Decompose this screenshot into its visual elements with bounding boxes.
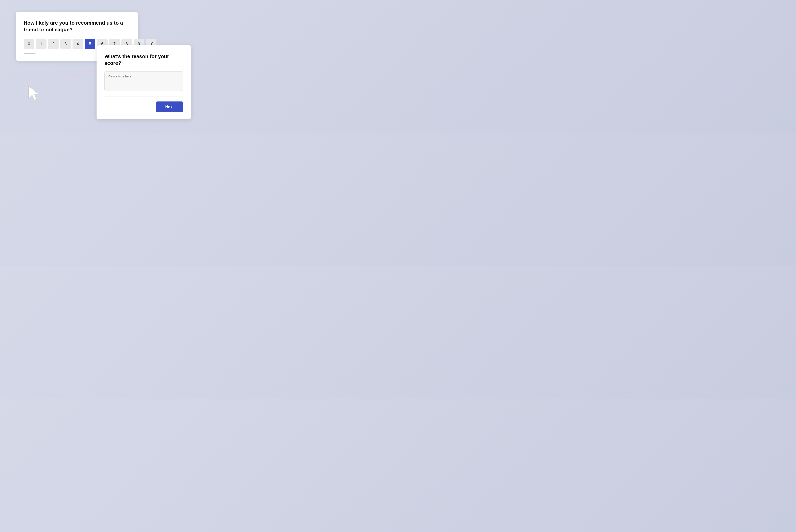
reason-card: What's the reason for your score? Next	[97, 45, 191, 119]
score-button-2[interactable]: 2	[48, 39, 59, 49]
nps-card-footer-bar	[24, 53, 36, 54]
next-button-row: Next	[105, 101, 183, 112]
score-button-5[interactable]: 5	[85, 39, 95, 49]
score-button-1[interactable]: 1	[36, 39, 46, 49]
score-button-3[interactable]: 3	[60, 39, 71, 49]
next-button[interactable]: Next	[156, 101, 183, 112]
reason-textarea[interactable]	[105, 71, 183, 91]
mouse-cursor	[26, 84, 42, 102]
scene: How likely are you to recommend us to a …	[0, 0, 199, 133]
score-button-4[interactable]: 4	[73, 39, 83, 49]
svg-marker-0	[29, 86, 39, 100]
reason-question-title: What's the reason for your score?	[105, 53, 183, 66]
nps-question-title: How likely are you to recommend us to a …	[24, 20, 130, 33]
score-button-0[interactable]: 0	[24, 39, 34, 49]
